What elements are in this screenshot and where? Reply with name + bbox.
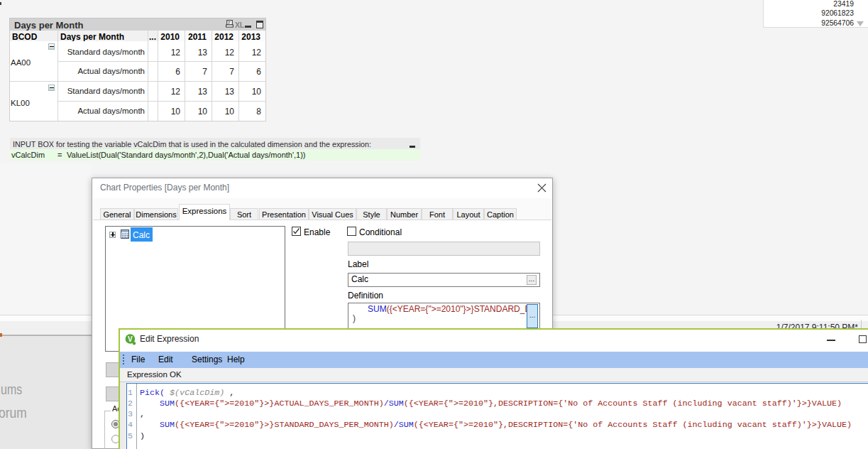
svg-text:V: V [128,335,133,342]
